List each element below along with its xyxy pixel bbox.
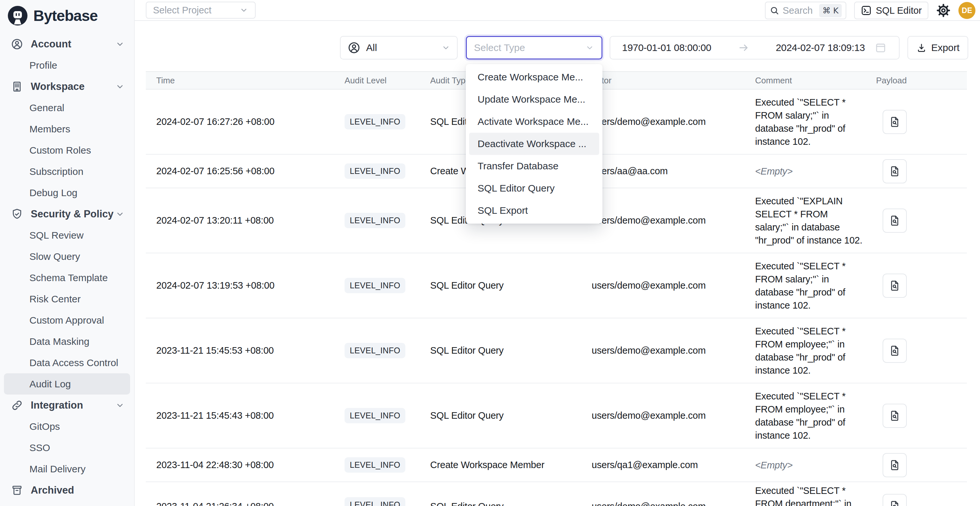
type-option-create-workspace-me[interactable]: Create Workspace Me... [466, 66, 603, 88]
avatar[interactable]: DE [958, 2, 975, 19]
type-filter-placeholder: Select Type [474, 42, 525, 53]
sidebar-item-mail-delivery[interactable]: Mail Delivery [4, 458, 130, 479]
payload-view-button[interactable] [883, 159, 907, 183]
chevron-down-icon [441, 43, 450, 52]
sql-editor-button[interactable]: SQL Editor [854, 2, 928, 19]
audit-level-badge: LEVEL_INFO [345, 278, 405, 293]
sidebar-item-custom-roles[interactable]: Custom Roles [4, 140, 130, 161]
payload-cell [870, 154, 967, 188]
bytebase-logo-icon [7, 5, 28, 26]
chevron-down-icon [115, 82, 125, 92]
chevron-down-icon [585, 43, 594, 52]
payload-view-button[interactable] [883, 274, 907, 298]
date-range-picker[interactable]: 1970-01-01 08:00:00 2024-02-07 18:09:13 [609, 36, 900, 59]
sidebar-group-account[interactable]: Account [0, 33, 134, 54]
calendar-icon [874, 41, 887, 54]
type-option-sql-editor-query[interactable]: SQL Editor Query [466, 177, 603, 199]
payload-view-button[interactable] [883, 494, 907, 506]
sidebar-item-label: Profile [29, 60, 57, 71]
column-header-comment: Comment [749, 75, 870, 86]
type-option-deactivate-workspace[interactable]: Deactivate Workspace ... [469, 133, 599, 155]
table-row: 2023-11-04 22:48:30 +08:00LEVEL_INFOCrea… [146, 449, 967, 482]
actor-cell: users/demo@example.com [589, 383, 749, 448]
comment-text: Executed `"SELECT * FROM salary;"` in da… [755, 96, 863, 148]
filter-row: All Select Type 1970-01-01 08:00:00 2024… [340, 36, 968, 59]
sidebar-group-security-policy[interactable]: Security & Policy [0, 203, 134, 224]
audit-type-cell: Create Workspace Member [425, 449, 589, 482]
time-cell: 2023-11-21 15:45:43 +08:00 [146, 383, 340, 448]
sidebar-item-custom-approval[interactable]: Custom Approval [4, 310, 130, 331]
payload-view-button[interactable] [883, 208, 907, 233]
chevron-down-icon [115, 209, 125, 219]
sidebar-item-label: Slow Query [29, 251, 80, 262]
type-option-transfer-database[interactable]: Transfer Database [466, 155, 603, 177]
time-cell: 2023-11-21 15:45:53 +08:00 [146, 318, 340, 383]
audit-level-badge: LEVEL_INFO [345, 164, 405, 179]
sidebar-item-data-masking[interactable]: Data Masking [4, 331, 130, 352]
sidebar-item-label: Data Access Control [29, 357, 118, 368]
export-button[interactable]: Export [907, 36, 968, 59]
sidebar-item-debug-log[interactable]: Debug Log [4, 182, 130, 203]
sidebar-item-data-access-control[interactable]: Data Access Control [4, 352, 130, 373]
actor-filter-select[interactable]: All [340, 36, 458, 59]
type-filter-select[interactable]: Select Type [466, 36, 603, 59]
gear-icon[interactable] [936, 3, 951, 18]
actor-cell: users/demo@example.com [589, 89, 749, 154]
comment-cell: Executed `"EXPLAIN SELECT * FROM salary;… [749, 188, 870, 253]
sidebar-item-label: Audit Log [29, 379, 71, 390]
payload-view-button[interactable] [883, 339, 907, 363]
sidebar-item-gitops[interactable]: GitOps [4, 416, 130, 437]
column-header-payload: Payload [870, 75, 967, 86]
sidebar-item-sql-review[interactable]: SQL Review [4, 224, 130, 246]
payload-view-button[interactable] [883, 453, 907, 477]
sidebar-item-label: SQL Review [29, 230, 84, 241]
type-option-activate-workspace-me[interactable]: Activate Workspace Me... [466, 110, 603, 133]
export-label: Export [931, 42, 960, 53]
file-search-icon [888, 345, 901, 357]
project-select-placeholder: Select Project [153, 5, 212, 16]
comment-text: Executed `"SELECT * FROM employee;"` in … [755, 390, 863, 442]
payload-cell [870, 383, 967, 448]
sidebar-group-workspace[interactable]: Workspace [0, 76, 134, 97]
audit-level-cell: LEVEL_INFO [340, 318, 425, 383]
audit-level-badge: LEVEL_INFO [345, 457, 405, 473]
payload-cell [870, 188, 967, 253]
sidebar-item-slow-query[interactable]: Slow Query [4, 246, 130, 267]
time-cell: 2023-11-04 22:48:30 +08:00 [146, 449, 340, 482]
sidebar-group-archived[interactable]: Archived [0, 479, 134, 501]
comment-text: Executed `"SELECT * FROM salary;"` in da… [755, 259, 863, 312]
search-placeholder: Search [783, 5, 813, 16]
chevron-down-icon [115, 39, 125, 49]
audit-type-cell: SQL Editor Query [425, 482, 589, 506]
file-search-icon [888, 215, 901, 227]
audit-type-cell: SQL Editor Query [425, 318, 589, 383]
sidebar-item-profile[interactable]: Profile [4, 54, 130, 76]
sidebar-item-audit-log[interactable]: Audit Log [4, 373, 130, 395]
file-search-icon [888, 500, 901, 506]
column-header-actor: Actor [589, 75, 749, 86]
comment-text: Executed `"SELECT * FROM department;"` i… [755, 484, 863, 506]
payload-view-button[interactable] [883, 110, 907, 134]
terminal-icon [861, 5, 872, 16]
sidebar-item-subscription[interactable]: Subscription [4, 161, 130, 182]
sidebar-item-sso[interactable]: SSO [4, 437, 130, 458]
audit-level-cell: LEVEL_INFO [340, 383, 425, 448]
payload-cell [870, 449, 967, 482]
sidebar-group-integration[interactable]: Integration [0, 395, 134, 416]
sidebar-item-general[interactable]: General [4, 97, 130, 118]
project-select[interactable]: Select Project [146, 2, 256, 19]
search-shortcut-badge: ⌘ K [819, 4, 842, 18]
link-icon [10, 399, 24, 412]
search-input[interactable]: Search ⌘ K [765, 2, 846, 19]
sidebar-item-schema-template[interactable]: Schema Template [4, 267, 130, 288]
audit-level-cell: LEVEL_INFO [340, 154, 425, 188]
sidebar-item-members[interactable]: Members [4, 118, 130, 140]
audit-level-badge: LEVEL_INFO [345, 497, 405, 506]
logo-row[interactable]: Bytebase [0, 0, 134, 31]
sidebar-item-risk-center[interactable]: Risk Center [4, 288, 130, 310]
payload-cell [870, 89, 967, 154]
payload-view-button[interactable] [883, 404, 907, 428]
type-option-update-workspace-me[interactable]: Update Workspace Me... [466, 88, 603, 110]
type-option-sql-export[interactable]: SQL Export [466, 199, 603, 222]
audit-level-badge: LEVEL_INFO [345, 343, 405, 358]
